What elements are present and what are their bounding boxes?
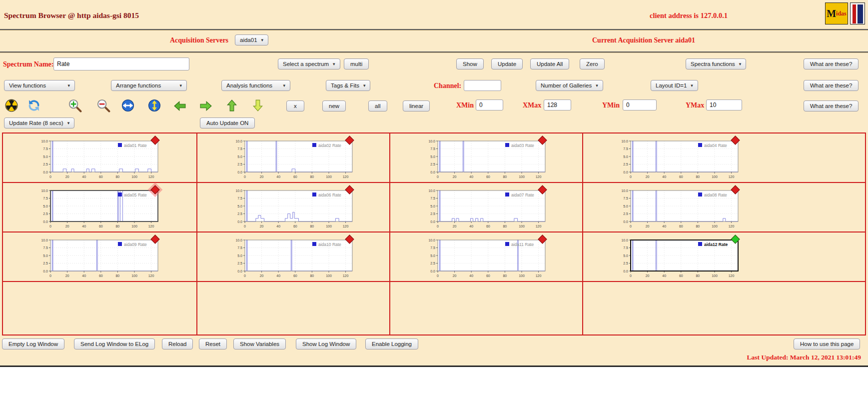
spectrum-cell-aida01[interactable]: 0.02.55.07.510.0020406080100120aida01 Ra… [3, 134, 197, 183]
send-log-to-elog-button[interactable]: Send Log Window to ELog [74, 338, 155, 350]
institute-logo-blue-bar [858, 4, 863, 24]
show-log-window-button[interactable]: Show Log Window [296, 338, 356, 350]
select-spectrum-dropdown[interactable]: Select a spectrum ▾ [278, 58, 340, 70]
xmin-input[interactable] [476, 100, 503, 110]
what-are-these-button-2[interactable]: What are these? [804, 80, 859, 91]
reload-button[interactable]: Reload [162, 338, 193, 350]
spectrum-chart-aida03[interactable]: 0.02.55.07.510.0020406080100120aida03 Ra… [418, 138, 551, 180]
chart-container-aida07: 0.02.55.07.510.0020406080100120aida07 Ra… [418, 187, 551, 232]
spectrum-cell-aida08[interactable]: 0.02.55.07.510.0020406080100120aida08 Ra… [583, 183, 865, 232]
number-of-galleries-dropdown[interactable]: Number of Galleries ▾ [536, 80, 603, 91]
spectrum-cell-aida07[interactable]: 0.02.55.07.510.0020406080100120aida07 Ra… [390, 183, 583, 232]
what-are-these-button-3[interactable]: What are these? [804, 100, 859, 112]
spectrum-chart-aida08[interactable]: 0.02.55.07.510.0020406080100120aida08 Ra… [611, 187, 744, 230]
spectrum-name-input[interactable] [53, 58, 189, 70]
spectrum-chart-aida10[interactable]: 0.02.55.07.510.0020406080100120aida10 Ra… [225, 236, 358, 280]
midas-logo[interactable]: Midas [825, 2, 848, 24]
empty-log-window-button[interactable]: Empty Log Window [2, 338, 64, 350]
legend-label: aida02 Rate [318, 143, 341, 148]
multi-button[interactable]: multi [344, 58, 369, 70]
svg-text:5.0: 5.0 [237, 155, 242, 158]
svg-text:5.0: 5.0 [237, 204, 242, 208]
legend-swatch [312, 242, 316, 246]
new-button[interactable]: new [322, 100, 346, 112]
radiation-icon[interactable] [5, 99, 18, 114]
chevron-down-icon: ▾ [261, 38, 264, 42]
spectrum-chart-aida05[interactable]: 0.02.55.07.510.0020406080100120aida05 Ra… [30, 187, 163, 230]
chart-container-aida12: 0.02.55.07.510.0020406080100120aida12 Ra… [611, 236, 744, 282]
update-button[interactable]: Update [491, 58, 523, 70]
spectrum-chart-aida09[interactable]: 0.02.55.07.510.0020406080100120aida09 Ra… [30, 236, 163, 280]
svg-text:80: 80 [503, 274, 507, 278]
arrange-functions-dropdown[interactable]: Arrange functions ▾ [111, 80, 187, 91]
spectrum-cell-aida06[interactable]: 0.02.55.07.510.0020406080100120aida06 Ra… [197, 183, 390, 232]
spectrum-chart-aida06[interactable]: 0.02.55.07.510.0020406080100120aida06 Ra… [225, 187, 358, 230]
linear-button[interactable]: linear [403, 100, 430, 112]
view-functions-dropdown[interactable]: View functions ▾ [4, 80, 75, 91]
svg-text:7.5: 7.5 [430, 196, 435, 200]
spectrum-cell-aida02[interactable]: 0.02.55.07.510.0020406080100120aida02 Ra… [197, 134, 390, 183]
show-variables-button[interactable]: Show Variables [233, 338, 286, 350]
svg-text:0.0: 0.0 [43, 170, 48, 174]
auto-update-button[interactable]: Auto Update ON [200, 118, 255, 128]
spectrum-cell-aida05[interactable]: 0.02.55.07.510.0020406080100120aida05 Ra… [3, 183, 197, 232]
svg-text:100: 100 [326, 274, 332, 278]
svg-text:100: 100 [131, 175, 137, 178]
pan-right-icon[interactable] [200, 100, 212, 114]
tags-fits-label: Tags & Fits [331, 82, 359, 88]
how-to-use-button[interactable]: How to use this page [794, 338, 860, 350]
svg-text:40: 40 [469, 224, 473, 228]
institute-logo-red-bar [853, 4, 856, 24]
spectra-functions-dropdown[interactable]: Spectra functions ▾ [686, 58, 746, 70]
unzoom-y-icon[interactable] [148, 99, 161, 114]
ymin-input[interactable] [623, 100, 657, 110]
zero-button[interactable]: Zero [580, 58, 605, 70]
pan-down-icon[interactable] [252, 100, 263, 114]
xmax-input[interactable] [544, 100, 571, 110]
ymax-input[interactable] [706, 100, 742, 110]
pan-left-icon[interactable] [174, 100, 186, 114]
spectrum-chart-aida01[interactable]: 0.02.55.07.510.0020406080100120aida01 Ra… [30, 138, 163, 180]
institute-logo[interactable] [850, 2, 865, 24]
spectrum-cell-aida11[interactable]: 0.02.55.07.510.0020406080100120aida11 Ra… [390, 232, 583, 282]
svg-text:80: 80 [696, 224, 700, 228]
chevron-down-icon: ▾ [739, 62, 742, 66]
channel-input[interactable] [464, 80, 501, 91]
legend-swatch [118, 242, 122, 246]
update-rate-dropdown[interactable]: Update Rate (8 secs) ▾ [4, 118, 74, 128]
analysis-functions-dropdown[interactable]: Analysis functions ▾ [221, 80, 290, 91]
spectrum-chart-aida11[interactable]: 0.02.55.07.510.0020406080100120aida11 Ra… [418, 236, 551, 280]
update-all-button[interactable]: Update All [530, 58, 569, 70]
spectrum-cell-aida03[interactable]: 0.02.55.07.510.0020406080100120aida03 Ra… [390, 134, 583, 183]
zoom-in-icon[interactable] [67, 98, 82, 115]
layout-id-dropdown[interactable]: Layout ID=1 ▾ [651, 80, 698, 91]
spectrum-chart-aida04[interactable]: 0.02.55.07.510.0020406080100120aida04 Ra… [611, 138, 744, 180]
spectrum-cell-aida12[interactable]: 0.02.55.07.510.0020406080100120aida12 Ra… [583, 232, 865, 282]
spectrum-chart-aida12[interactable]: 0.02.55.07.510.0020406080100120aida12 Ra… [611, 236, 744, 280]
spectrum-cell-aida10[interactable]: 0.02.55.07.510.0020406080100120aida10 Ra… [197, 232, 390, 282]
tags-fits-dropdown[interactable]: Tags & Fits ▾ [326, 80, 370, 91]
all-button[interactable]: all [368, 100, 387, 112]
svg-text:20: 20 [453, 224, 457, 228]
spectrum-cell-aida04[interactable]: 0.02.55.07.510.0020406080100120aida04 Ra… [583, 134, 865, 183]
acquisition-server-select[interactable]: aida01 ▾ [235, 34, 268, 46]
spectrum-chart-aida07[interactable]: 0.02.55.07.510.0020406080100120aida07 Ra… [418, 187, 551, 230]
svg-text:2.5: 2.5 [430, 162, 435, 166]
svg-text:80: 80 [310, 274, 314, 278]
svg-text:80: 80 [503, 224, 507, 228]
what-are-these-button-1[interactable]: What are these? [804, 58, 859, 70]
reset-button[interactable]: Reset [199, 338, 227, 350]
spectrum-chart-aida02[interactable]: 0.02.55.07.510.0020406080100120aida02 Ra… [225, 138, 358, 180]
x-button[interactable]: x [286, 100, 304, 112]
svg-text:0.0: 0.0 [623, 220, 628, 224]
spectra-grid: 0.02.55.07.510.0020406080100120aida01 Ra… [2, 132, 866, 336]
spectrum-cell-aida09[interactable]: 0.02.55.07.510.0020406080100120aida09 Ra… [3, 232, 197, 282]
zoom-out-icon[interactable] [96, 98, 111, 115]
unzoom-x-icon[interactable] [121, 99, 134, 114]
refresh-icon[interactable] [27, 99, 40, 114]
pan-up-icon[interactable] [226, 100, 237, 114]
enable-logging-button[interactable]: Enable Logging [365, 338, 418, 350]
show-button[interactable]: Show [456, 58, 484, 70]
empty-cell-2 [197, 282, 390, 334]
svg-text:7.5: 7.5 [43, 147, 48, 150]
